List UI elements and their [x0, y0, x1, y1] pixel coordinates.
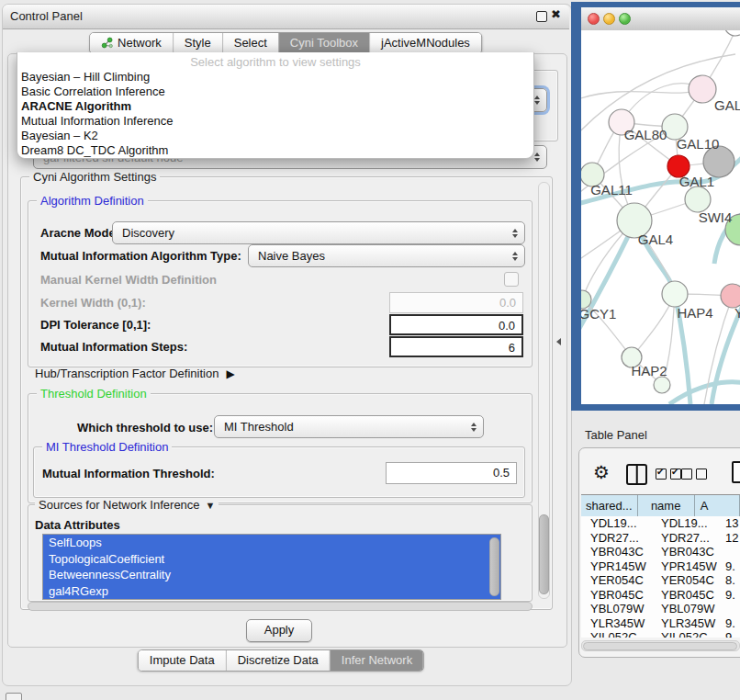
dropdown-item-dream8-dc-tdc[interactable]: Dream8 DC_TDC Algorithm — [21, 143, 530, 158]
column-view-icon[interactable] — [626, 464, 647, 485]
tab-jactivemnodules-label: jActiveMNodules — [381, 36, 470, 50]
table-cell: 12 — [723, 531, 740, 546]
combo-stepper-icon — [534, 152, 540, 162]
table-row[interactable]: YBR043CYBR043C — [581, 545, 740, 559]
network-node-pink-node-top[interactable] — [689, 75, 716, 103]
dropdown-item-basic-correlation-inference[interactable]: Basic Correlation Inference — [21, 85, 530, 99]
network-node-HAP4[interactable] — [662, 281, 688, 307]
tab-network[interactable]: Network — [90, 33, 173, 53]
attribute-topologicalcoefficient[interactable]: TopologicalCoefficient — [43, 551, 500, 568]
table-row[interactable]: YDR27...YDR27...12 — [581, 531, 740, 546]
network-node-SWI4[interactable] — [685, 186, 711, 212]
control-panel-titlebar[interactable] — [3, 5, 569, 29]
deselect-all-checkbox-icon[interactable] — [681, 469, 707, 480]
tab-discretize-data-label: Discretize Data — [238, 653, 319, 667]
table-cell — [723, 545, 740, 559]
gear-icon[interactable]: ⚙ — [593, 461, 610, 483]
table-row[interactable]: YBR045CYBR045C9. — [581, 588, 740, 603]
close-traffic-light-icon[interactable] — [588, 13, 600, 25]
attribute-selfloops[interactable]: SelfLoops — [43, 535, 500, 551]
dropdown-item-bayesian-hill-climbing[interactable]: Bayesian – Hill Climbing — [21, 70, 530, 85]
tab-discretize-data[interactable]: Discretize Data — [226, 650, 330, 671]
column-header-name[interactable]: name — [638, 495, 695, 516]
network-node-label: GAL80 — [624, 127, 667, 142]
minimize-traffic-light-icon[interactable] — [603, 13, 615, 25]
float-window-icon[interactable] — [536, 11, 547, 22]
settings-horizontal-scrollbar[interactable] — [28, 602, 533, 611]
table-cell: YBR045C — [652, 588, 723, 603]
hub-transcription-factor-section[interactable]: Hub/Transcription Factor Definition▶ — [35, 367, 235, 380]
attribute-gal4rgexp[interactable]: gal4RGexp — [43, 583, 500, 600]
attributes-scrollbar-thumb[interactable] — [489, 537, 499, 596]
dropdown-item-mutual-information-inference[interactable]: Mutual Information Inference — [21, 114, 530, 129]
network-node-white-node-top[interactable] — [724, 30, 740, 36]
sources-title-row[interactable]: Sources for Network Inference▼ — [35, 498, 219, 512]
expand-right-icon[interactable]: ▶ — [226, 367, 234, 380]
page-icon[interactable] — [732, 461, 740, 483]
attribute-betweennesscentrality[interactable]: BetweennessCentrality — [43, 567, 500, 583]
dpi-tolerance-field[interactable]: 0.0 — [389, 314, 523, 335]
combo-stepper-icon — [512, 229, 518, 238]
minimized-panel-icon[interactable] — [6, 693, 22, 700]
manual-kernel-width-checkbox[interactable] — [504, 272, 519, 287]
table-horizontal-scrollbar-thumb[interactable] — [583, 642, 737, 650]
table-cell — [723, 602, 740, 616]
tab-impute-data[interactable]: Impute Data — [139, 650, 226, 671]
mi-algorithm-type-label: Mutual Information Algorithm Type: — [40, 249, 241, 263]
close-icon[interactable]: ✖ — [551, 7, 561, 21]
table-cell: 9. — [723, 616, 740, 631]
tab-network-label: Network — [118, 36, 162, 50]
network-node-label: GAL10 — [677, 136, 720, 152]
table-row[interactable]: YDL19...YDL19...13 — [581, 516, 740, 531]
table-row[interactable]: YBL079WYBL079W — [581, 602, 740, 616]
dropdown-item-aracne-algorithm[interactable]: ARACNE Algorithm — [21, 99, 530, 114]
which-threshold-combo[interactable]: MI Threshold — [214, 415, 484, 438]
network-node-label: SWI4 — [699, 209, 733, 225]
table-row[interactable]: YPR145WYPR145W9. — [581, 559, 740, 574]
tab-cyni-toolbox[interactable]: Cyni Toolbox — [278, 33, 369, 53]
tab-infer-network[interactable]: Infer Network — [330, 650, 423, 671]
table-row[interactable]: YLR345WYLR345W9. — [581, 616, 740, 631]
dropdown-prompt: Select algorithm to view settings — [17, 55, 533, 69]
algorithm-definition-title: Algorithm Definition — [37, 194, 148, 208]
table-row[interactable]: YIL052CYIL052C9 — [581, 630, 740, 638]
table-cell: YLR345W — [581, 616, 652, 631]
network-node-small-node-bottom[interactable] — [654, 377, 670, 393]
aracne-mode-combo[interactable]: Discovery — [112, 221, 525, 244]
kernel-width-field[interactable]: 0.0 — [389, 292, 523, 313]
select-all-checkbox-icon[interactable] — [656, 469, 681, 480]
network-node-label: Y — [734, 305, 740, 321]
sources-title: Sources for Network Inference — [39, 498, 200, 512]
dpi-tolerance-label: DPI Tolerance [0,1]: — [40, 318, 151, 332]
data-attributes-list[interactable]: SelfLoops TopologicalCoefficient Between… — [42, 534, 501, 600]
manual-kernel-width-label: Manual Kernel Width Definition — [40, 273, 217, 287]
table-cell: YPR145W — [652, 559, 723, 574]
column-header-shared-name[interactable]: shared... — [581, 495, 638, 516]
table-cell: YDL19... — [652, 516, 723, 531]
table-body[interactable]: YDL19...YDL19...13YDR27...YDR27...12YBR0… — [581, 516, 740, 638]
aracne-mode-label: Aracne Mode: — [40, 226, 119, 240]
control-panel-title: Control Panel — [10, 9, 83, 23]
tab-style-label: Style — [185, 36, 211, 50]
zoom-traffic-light-icon[interactable] — [619, 13, 631, 25]
bottom-tabbar: Impute Data Discretize Data Infer Networ… — [138, 649, 424, 672]
mi-steps-field[interactable]: 6 — [389, 336, 523, 357]
dropdown-item-bayesian-k2[interactable]: Bayesian – K2 — [21, 129, 530, 143]
combo-stepper-icon — [471, 423, 477, 432]
mi-threshold-field[interactable]: 0.5 — [386, 462, 517, 484]
tab-jactivemnodules[interactable]: jActiveMNodules — [369, 33, 481, 53]
collapse-down-icon[interactable]: ▼ — [206, 500, 216, 511]
column-header-partial[interactable]: A — [695, 495, 740, 516]
network-canvas[interactable]: GALGAL80GAL10GAL1GAL11SWI4GAL4GCY1HAP4YH… — [581, 30, 740, 404]
tab-select[interactable]: Select — [222, 33, 278, 53]
network-window-titlebar[interactable] — [581, 7, 740, 31]
tab-style[interactable]: Style — [173, 33, 222, 53]
apply-button[interactable]: Apply — [246, 619, 312, 642]
network-graph[interactable]: GALGAL80GAL10GAL1GAL11SWI4GAL4GCY1HAP4YH… — [581, 30, 740, 404]
table-cell: YIL052C — [652, 630, 723, 638]
settings-scrollbar-thumb[interactable] — [539, 514, 549, 594]
table-row[interactable]: YER054CYER054C8. — [581, 573, 740, 588]
network-node-label: GAL4 — [638, 231, 673, 247]
mi-algorithm-type-combo[interactable]: Naive Bayes — [248, 244, 525, 267]
panel-divider-collapse-icon[interactable] — [556, 338, 561, 345]
